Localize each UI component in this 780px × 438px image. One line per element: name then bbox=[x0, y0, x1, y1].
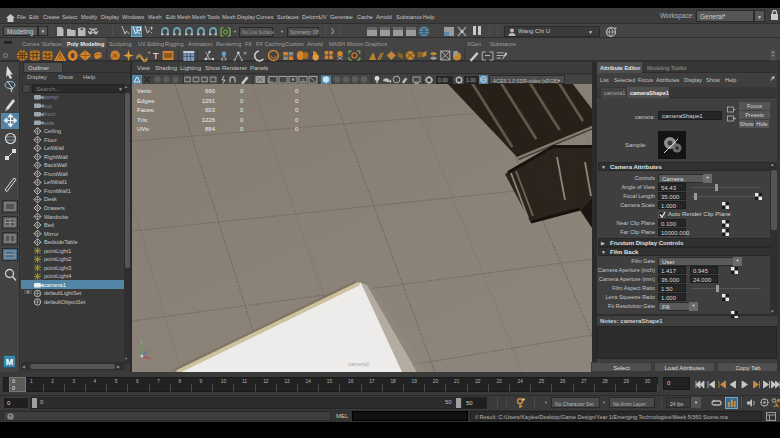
svg-text:?: ? bbox=[9, 413, 12, 419]
svg-text:camera1: camera1 bbox=[348, 361, 369, 367]
svg-text:T: T bbox=[153, 50, 159, 61]
